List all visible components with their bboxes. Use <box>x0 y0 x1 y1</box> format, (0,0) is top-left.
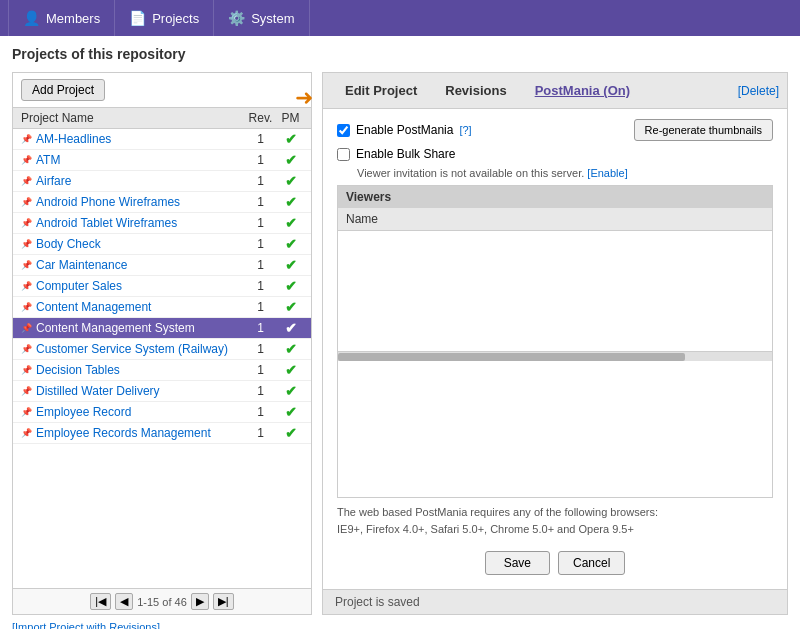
project-rev: 1 <box>243 153 278 167</box>
project-row[interactable]: 📌ATM1✔ <box>13 150 311 171</box>
postmania-help-link[interactable]: [?] <box>459 124 471 136</box>
project-pm: ✔ <box>278 152 303 168</box>
project-row[interactable]: 📌Decision Tables1✔ <box>13 360 311 381</box>
viewer-invitation-enable-link[interactable]: [Enable] <box>587 167 627 179</box>
nav-tab-system[interactable]: ⚙️ System <box>214 0 309 36</box>
pagination: |◀ ◀ 1-15 of 46 ▶ ▶| <box>13 588 311 614</box>
checkmark-icon: ✔ <box>285 341 297 357</box>
project-name: Car Maintenance <box>36 258 243 272</box>
projects-icon: 📄 <box>129 10 146 26</box>
project-pm: ✔ <box>278 320 303 336</box>
project-rev: 1 <box>243 300 278 314</box>
pagination-next[interactable]: ▶ <box>191 593 209 610</box>
add-project-button[interactable]: Add Project <box>21 79 105 101</box>
save-button[interactable]: Save <box>485 551 550 575</box>
pin-icon: 📌 <box>21 344 32 354</box>
project-row[interactable]: 📌Content Management System1✔ <box>13 318 311 339</box>
checkmark-icon: ✔ <box>285 425 297 441</box>
checkmark-icon: ✔ <box>285 299 297 315</box>
project-rev: 1 <box>243 321 278 335</box>
project-row[interactable]: 📌Content Management1✔ <box>13 297 311 318</box>
project-pm: ✔ <box>278 131 303 147</box>
project-name: Distilled Water Delivery <box>36 384 243 398</box>
project-pm: ✔ <box>278 215 303 231</box>
arrow-indicator: ➜ <box>295 85 313 111</box>
main-content: Add Project Project Name Rev. PM 📌AM-Hea… <box>12 72 788 615</box>
viewers-header: Viewers <box>338 186 772 208</box>
pagination-last[interactable]: ▶| <box>213 593 234 610</box>
project-row[interactable]: 📌Android Tablet Wireframes1✔ <box>13 213 311 234</box>
project-rev: 1 <box>243 174 278 188</box>
tab-postmania[interactable]: PostMania (On) <box>521 77 644 104</box>
checkmark-icon: ✔ <box>285 362 297 378</box>
project-row[interactable]: 📌Airfare1✔ <box>13 171 311 192</box>
project-pm: ✔ <box>278 383 303 399</box>
project-row[interactable]: 📌Customer Service System (Railway)1✔ <box>13 339 311 360</box>
project-pm: ✔ <box>278 404 303 420</box>
checkmark-icon: ✔ <box>285 152 297 168</box>
checkmark-icon: ✔ <box>285 236 297 252</box>
viewers-scrollbar[interactable] <box>338 353 685 361</box>
project-name: Content Management <box>36 300 243 314</box>
project-rev: 1 <box>243 216 278 230</box>
checkmark-icon: ✔ <box>285 383 297 399</box>
pin-icon: 📌 <box>21 302 32 312</box>
project-rev: 1 <box>243 363 278 377</box>
col-header-pm: PM <box>278 111 303 125</box>
enable-postmania-checkbox[interactable] <box>337 124 350 137</box>
nav-tab-projects[interactable]: 📄 Projects <box>115 0 214 36</box>
project-rev: 1 <box>243 237 278 251</box>
project-row[interactable]: 📌Employee Records Management1✔ <box>13 423 311 444</box>
checkmark-icon: ✔ <box>285 215 297 231</box>
project-name: Employee Records Management <box>36 426 243 440</box>
page-container: Projects of this repository Add Project … <box>0 36 800 629</box>
project-pm: ✔ <box>278 278 303 294</box>
import-project-link[interactable]: [Import Project with Revisions] <box>12 618 160 629</box>
members-icon: 👤 <box>23 10 40 26</box>
project-name: Employee Record <box>36 405 243 419</box>
pin-icon: 📌 <box>21 281 32 291</box>
project-row[interactable]: 📌AM-Headlines1✔ <box>13 129 311 150</box>
pagination-range: 1-15 of 46 <box>137 596 187 608</box>
project-rev: 1 <box>243 195 278 209</box>
system-icon: ⚙️ <box>228 10 245 26</box>
regen-thumbnails-button[interactable]: Re-generate thumbnails <box>634 119 773 141</box>
enable-postmania-label: Enable PostMania <box>356 123 453 137</box>
tab-revisions[interactable]: Revisions <box>431 77 520 104</box>
cancel-button[interactable]: Cancel <box>558 551 625 575</box>
project-rev: 1 <box>243 405 278 419</box>
project-name: Android Phone Wireframes <box>36 195 243 209</box>
viewers-body <box>338 231 772 351</box>
page-title: Projects of this repository <box>12 46 788 62</box>
project-pm: ✔ <box>278 257 303 273</box>
project-row[interactable]: 📌Car Maintenance1✔ <box>13 255 311 276</box>
delete-button[interactable]: [Delete] <box>738 84 779 98</box>
checkmark-icon: ✔ <box>285 278 297 294</box>
project-name: Airfare <box>36 174 243 188</box>
pin-icon: 📌 <box>21 239 32 249</box>
browser-note: The web based PostMania requires any of … <box>337 504 773 537</box>
col-header-name: Project Name <box>21 111 243 125</box>
pin-icon: 📌 <box>21 428 32 438</box>
project-row[interactable]: 📌Employee Record1✔ <box>13 402 311 423</box>
project-pm: ✔ <box>278 173 303 189</box>
project-pm: ✔ <box>278 236 303 252</box>
pagination-first[interactable]: |◀ <box>90 593 111 610</box>
project-row[interactable]: 📌Body Check1✔ <box>13 234 311 255</box>
project-row[interactable]: 📌Distilled Water Delivery1✔ <box>13 381 311 402</box>
project-name: AM-Headlines <box>36 132 243 146</box>
project-name: Content Management System <box>36 321 243 335</box>
project-row[interactable]: 📌Android Phone Wireframes1✔ <box>13 192 311 213</box>
pin-icon: 📌 <box>21 197 32 207</box>
checkmark-icon: ✔ <box>285 320 297 336</box>
project-row[interactable]: 📌Computer Sales1✔ <box>13 276 311 297</box>
nav-tab-members[interactable]: 👤 Members <box>8 0 115 36</box>
checkmark-icon: ✔ <box>285 194 297 210</box>
pagination-prev[interactable]: ◀ <box>115 593 133 610</box>
viewer-invitation-text: Viewer invitation is not available on th… <box>357 167 773 179</box>
project-rev: 1 <box>243 279 278 293</box>
project-name: Decision Tables <box>36 363 243 377</box>
project-pm: ✔ <box>278 299 303 315</box>
tab-edit-project[interactable]: Edit Project <box>331 77 431 104</box>
enable-bulk-share-checkbox[interactable] <box>337 148 350 161</box>
